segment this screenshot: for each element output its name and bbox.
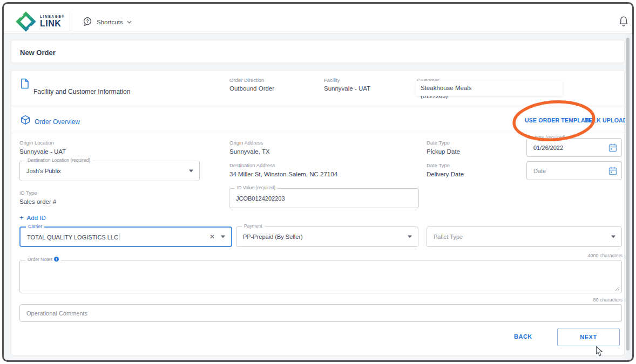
dropdown-arrow-icon[interactable]	[408, 236, 412, 238]
shortcuts-menu-button[interactable]: ? Shortcuts	[83, 17, 132, 27]
back-button[interactable]: BACK	[514, 333, 532, 340]
facility-label: Facility	[324, 77, 340, 83]
text-cursor	[119, 233, 119, 241]
operational-comments-input[interactable]	[20, 305, 621, 321]
delivery-date-type-value: Delivery Date	[427, 171, 464, 177]
shortcuts-label: Shortcuts	[97, 19, 123, 25]
operational-comments-counter: 80 characters	[593, 297, 623, 303]
delivery-date-type-label: Date Type	[427, 162, 450, 168]
lineage-diamond-icon	[16, 11, 36, 32]
destination-location-field-label: Destination Location (required)	[25, 157, 92, 163]
scrollbar-thumb[interactable]	[626, 38, 630, 351]
pickup-date-field-label: Date (required)	[532, 135, 567, 141]
id-type-value: Sales order #	[19, 198, 56, 205]
pallet-type-select[interactable]	[427, 227, 621, 246]
calendar-icon[interactable]	[608, 143, 617, 152]
order-notes-field[interactable]: Order Notes i	[19, 260, 622, 293]
destination-location-field[interactable]: Destination Location (required)	[19, 161, 200, 181]
facility-value: Sunnyvale - UAT	[324, 85, 370, 92]
dropdown-arrow-icon[interactable]	[611, 236, 615, 238]
id-value-field[interactable]: ID Value (required)	[229, 188, 419, 208]
resize-handle-icon[interactable]	[615, 286, 620, 291]
pallet-type-field[interactable]	[427, 226, 622, 247]
payment-field[interactable]: Payment	[236, 226, 418, 247]
app-window: LINEAGE® LINK ? Shortcuts New Order	[0, 0, 636, 364]
section-divider	[11, 106, 625, 106]
origin-location-value: Sunnyvale - UAT	[19, 148, 66, 155]
pickup-date-type-label: Date Type	[427, 140, 450, 146]
carrier-field[interactable]: Carrier TOTAL QUALITY LOGISTICS LLC ✕	[19, 226, 232, 247]
pickup-date-type-value: Pickup Date	[427, 148, 460, 155]
origin-location-label: Origin Location	[19, 140, 54, 146]
add-id-button[interactable]: +Add ID	[19, 214, 46, 222]
id-type-label: ID Type	[19, 190, 37, 196]
facility-section-title: Facility and Customer Information	[33, 88, 130, 95]
header-bottom-border	[4, 33, 632, 33]
logo-wordmark-top: LINEAGE®	[40, 15, 65, 19]
package-cube-icon	[21, 115, 30, 125]
shortcuts-help-bubble-icon: ?	[83, 17, 93, 27]
add-id-label: Add ID	[27, 215, 46, 221]
destination-address-label: Destination Address	[229, 162, 275, 168]
id-value-field-label: ID Value (required)	[235, 185, 278, 191]
destination-location-select[interactable]	[20, 161, 199, 181]
carrier-value: TOTAL QUALITY LOGISTICS LLC	[27, 233, 119, 241]
info-icon: i	[54, 257, 59, 262]
order-overview-title: Order Overview	[35, 118, 80, 126]
page-title: New Order	[20, 49, 56, 57]
dropdown-arrow-icon[interactable]	[221, 236, 225, 238]
carrier-field-label: Carrier	[26, 224, 44, 230]
operational-comments-field[interactable]	[19, 304, 622, 322]
delivery-date-input[interactable]	[527, 162, 621, 180]
id-value-input[interactable]	[229, 189, 418, 208]
customer-value: Steakhouse Meals	[421, 85, 472, 91]
origin-address-value: Sunnyvale, TX	[229, 148, 270, 155]
notifications-bell-icon[interactable]	[618, 16, 629, 30]
use-order-template-link[interactable]: USE ORDER TEMPLATE	[525, 117, 592, 123]
pickup-date-field[interactable]: Date (required)	[526, 138, 622, 157]
chevron-down-icon	[127, 20, 132, 24]
clear-icon[interactable]: ✕	[209, 233, 215, 241]
next-button[interactable]: NEXT	[557, 328, 620, 346]
origin-address-label: Origin Address	[229, 140, 263, 146]
calendar-icon[interactable]	[608, 166, 617, 175]
top-navigation-bar: LINEAGE® LINK ? Shortcuts	[4, 4, 632, 33]
destination-address-value: 34 Miller St, Winston-Salem, NC 27104	[229, 171, 337, 177]
logo-text: LINEAGE® LINK	[40, 15, 65, 29]
dropdown-arrow-icon[interactable]	[189, 170, 193, 173]
bulk-upload-link[interactable]: BULK UPLOAD	[585, 117, 627, 123]
order-direction-value: Outbound Order	[229, 85, 274, 92]
section-divider-2	[11, 133, 625, 133]
order-direction-label: Order Direction	[229, 77, 264, 83]
payment-select[interactable]	[236, 227, 418, 246]
order-notes-counter: 4000 characters	[587, 253, 623, 258]
logo-wordmark: LINK	[40, 19, 65, 28]
lineage-link-logo[interactable]: LINEAGE® LINK	[16, 11, 65, 32]
pickup-date-input[interactable]	[527, 139, 621, 156]
svg-text:?: ?	[86, 18, 89, 24]
order-notes-field-label: Order Notes i	[25, 257, 61, 263]
header-divider	[70, 12, 70, 31]
page-title-card: New Order	[11, 40, 625, 63]
plus-icon: +	[19, 214, 24, 222]
document-icon	[21, 78, 29, 89]
delivery-date-field[interactable]	[526, 161, 622, 180]
payment-field-label: Payment	[242, 223, 265, 229]
order-notes-textarea[interactable]	[20, 260, 621, 293]
